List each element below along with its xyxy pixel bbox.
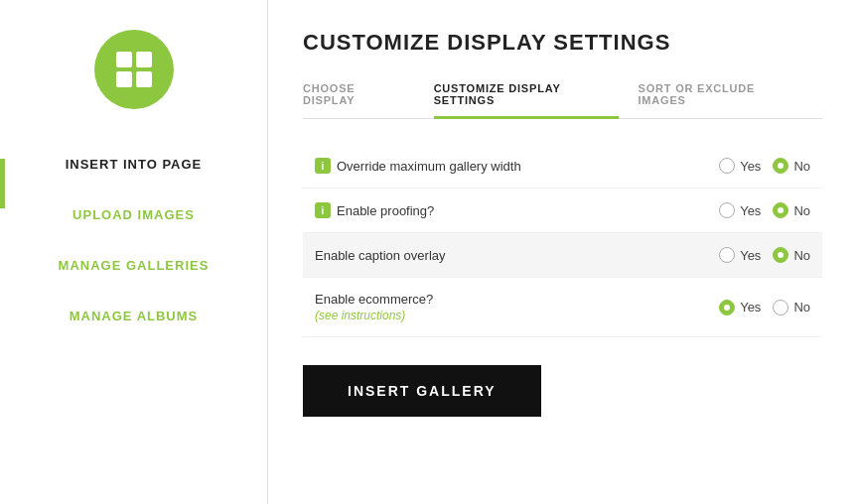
setting-row-override-max-width: i Override maximum gallery width Yes No xyxy=(303,144,822,189)
setting-label-enable-ecommerce: Enable ecommerce? xyxy=(315,292,433,307)
setting-label-row: i Enable proofing? xyxy=(315,202,434,218)
logo-grid-cell xyxy=(116,71,132,87)
radio-label-no: No xyxy=(793,300,810,315)
radio-circle-yes xyxy=(719,300,735,315)
tab-customize-display-settings[interactable]: CUSTOMIZE DISPLAY SETTINGS xyxy=(434,74,619,119)
radio-yes-enable-ecommerce[interactable]: Yes xyxy=(719,300,761,315)
setting-row-enable-caption-overlay: Enable caption overlay Yes No xyxy=(303,233,822,278)
sidebar-item-manage-galleries[interactable]: MANAGE GALLERIES xyxy=(0,240,267,291)
page-title: CUSTOMIZE DISPLAY SETTINGS xyxy=(303,30,822,56)
radio-label-yes: Yes xyxy=(740,248,761,263)
app-logo xyxy=(94,30,174,109)
logo-grid xyxy=(112,48,156,91)
setting-label-row: i Override maximum gallery width xyxy=(315,158,521,174)
radio-circle-no xyxy=(773,202,788,218)
main-content: CUSTOMIZE DISPLAY SETTINGS CHOOSE DISPLA… xyxy=(268,0,857,504)
radio-group-enable-proofing: Yes No xyxy=(691,202,810,218)
radio-no-override-max-width[interactable]: No xyxy=(773,158,810,174)
radio-circle-no xyxy=(773,158,788,174)
setting-label-area: i Override maximum gallery width xyxy=(315,158,691,174)
radio-yes-enable-caption-overlay[interactable]: Yes xyxy=(719,247,761,263)
info-icon: i xyxy=(315,158,331,174)
radio-label-yes: Yes xyxy=(740,203,761,218)
settings-list: i Override maximum gallery width Yes No xyxy=(303,144,822,337)
radio-circle-yes xyxy=(719,202,735,218)
radio-group-enable-caption-overlay: Yes No xyxy=(691,247,810,263)
sidebar-item-insert-into-page[interactable]: INSERT INTO PAGE xyxy=(0,139,267,189)
sidebar-accent xyxy=(0,159,5,208)
tabs-bar: CHOOSE DISPLAY CUSTOMIZE DISPLAY SETTING… xyxy=(303,73,822,119)
setting-label-row: Enable caption overlay xyxy=(315,248,446,263)
setting-label-enable-proofing: Enable proofing? xyxy=(337,203,434,218)
radio-yes-override-max-width[interactable]: Yes xyxy=(719,158,761,174)
setting-label-enable-caption-overlay: Enable caption overlay xyxy=(315,248,446,263)
radio-label-no: No xyxy=(793,159,810,174)
radio-circle-yes xyxy=(719,158,735,174)
logo-grid-cell xyxy=(136,71,152,87)
radio-no-enable-caption-overlay[interactable]: No xyxy=(773,247,810,263)
radio-circle-no xyxy=(773,247,788,263)
insert-gallery-button[interactable]: INSERT GALLERY xyxy=(303,365,541,417)
radio-label-no: No xyxy=(793,203,810,218)
tab-choose-display[interactable]: CHOOSE DISPLAY xyxy=(303,74,414,119)
setting-label-area: Enable ecommerce? (see instructions) xyxy=(315,292,691,322)
radio-label-no: No xyxy=(793,248,810,263)
sidebar-nav: INSERT INTO PAGE UPLOAD IMAGES MANAGE GA… xyxy=(0,139,267,341)
setting-label-area: Enable caption overlay xyxy=(315,248,691,263)
radio-circle-yes xyxy=(719,247,735,263)
radio-no-enable-ecommerce[interactable]: No xyxy=(773,300,810,315)
logo-grid-cell xyxy=(116,52,132,67)
radio-yes-enable-proofing[interactable]: Yes xyxy=(719,202,761,218)
radio-group-override-max-width: Yes No xyxy=(691,158,810,174)
sidebar-item-manage-albums[interactable]: MANAGE ALBUMS xyxy=(0,291,267,341)
radio-label-yes: Yes xyxy=(740,159,761,174)
radio-no-enable-proofing[interactable]: No xyxy=(773,202,810,218)
info-icon: i xyxy=(315,202,331,218)
sidebar: INSERT INTO PAGE UPLOAD IMAGES MANAGE GA… xyxy=(0,0,268,504)
radio-group-enable-ecommerce: Yes No xyxy=(691,300,810,315)
see-instructions-link[interactable]: (see instructions) xyxy=(315,309,405,322)
sidebar-item-upload-images[interactable]: UPLOAD IMAGES xyxy=(0,189,267,240)
setting-label-area: i Enable proofing? xyxy=(315,202,691,218)
logo-grid-cell xyxy=(136,52,152,67)
radio-circle-no xyxy=(773,300,788,315)
setting-label-override-max-width: Override maximum gallery width xyxy=(337,159,521,174)
tab-sort-or-exclude-images[interactable]: SORT OR EXCLUDE IMAGES xyxy=(639,74,802,119)
setting-label-row: Enable ecommerce? xyxy=(315,292,433,307)
radio-label-yes: Yes xyxy=(740,300,761,315)
setting-row-enable-ecommerce: Enable ecommerce? (see instructions) Yes… xyxy=(303,278,822,337)
setting-row-enable-proofing: i Enable proofing? Yes No xyxy=(303,189,822,233)
